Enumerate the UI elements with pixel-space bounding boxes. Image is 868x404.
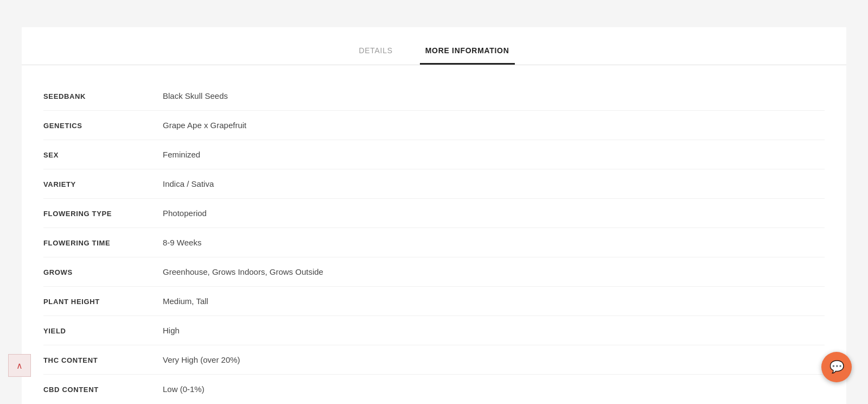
info-value: Indica / Sativa (163, 179, 825, 188)
info-value: Photoperiod (163, 209, 825, 218)
info-value: Grape Ape x Grapefruit (163, 121, 825, 130)
info-value: Feminized (163, 150, 825, 159)
info-table: SEEDBANKBlack Skull SeedsGENETICSGrape A… (43, 81, 825, 403)
content-area: SEEDBANKBlack Skull SeedsGENETICSGrape A… (22, 65, 846, 404)
info-label: PLANT HEIGHT (43, 296, 163, 306)
scroll-to-top-button[interactable]: ∧ (8, 354, 31, 377)
tabs-header: DETAILS MORE INFORMATION (22, 27, 846, 65)
info-row: CBD CONTENTLow (0-1%) (43, 375, 825, 403)
info-label: GROWS (43, 267, 163, 276)
info-label: YIELD (43, 326, 163, 335)
info-value: High (163, 326, 825, 335)
info-value: Greenhouse, Grows Indoors, Grows Outside (163, 267, 825, 276)
info-row: FLOWERING TIME8-9 Weeks (43, 228, 825, 257)
info-label: FLOWERING TYPE (43, 209, 163, 218)
info-row: SEEDBANKBlack Skull Seeds (43, 81, 825, 111)
info-row: YIELDHigh (43, 316, 825, 345)
tab-more-information[interactable]: MORE INFORMATION (420, 38, 515, 65)
info-row: PLANT HEIGHTMedium, Tall (43, 287, 825, 316)
info-value: Low (0-1%) (163, 384, 825, 394)
info-value: Black Skull Seeds (163, 91, 825, 100)
info-row: GROWSGreenhouse, Grows Indoors, Grows Ou… (43, 257, 825, 287)
info-row: SEXFeminized (43, 140, 825, 169)
info-label: FLOWERING TIME (43, 238, 163, 247)
info-label: CBD CONTENT (43, 384, 163, 394)
info-label: GENETICS (43, 121, 163, 130)
info-value: Medium, Tall (163, 296, 825, 306)
info-value: Very High (over 20%) (163, 355, 825, 364)
main-container: DETAILS MORE INFORMATION SEEDBANKBlack S… (22, 27, 846, 404)
info-label: SEEDBANK (43, 91, 163, 100)
info-label: SEX (43, 150, 163, 159)
info-label: THC CONTENT (43, 355, 163, 364)
info-row: THC CONTENTVery High (over 20%) (43, 345, 825, 375)
chat-button[interactable]: 💬 (821, 352, 852, 382)
info-value: 8-9 Weeks (163, 238, 825, 247)
info-row: VARIETYIndica / Sativa (43, 169, 825, 199)
info-row: FLOWERING TYPEPhotoperiod (43, 199, 825, 228)
info-row: GENETICSGrape Ape x Grapefruit (43, 111, 825, 140)
tab-details[interactable]: DETAILS (353, 38, 398, 65)
chevron-up-icon: ∧ (16, 361, 23, 371)
chat-icon: 💬 (829, 360, 844, 374)
info-label: VARIETY (43, 179, 163, 188)
